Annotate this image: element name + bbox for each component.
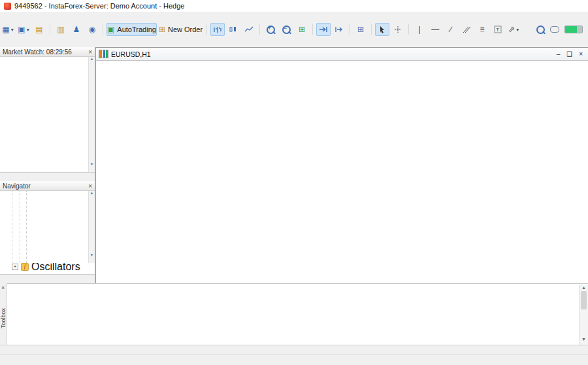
close-icon[interactable]: ×	[88, 182, 92, 190]
text-button[interactable]: T	[491, 23, 505, 36]
chart-symbol-icon	[99, 50, 108, 58]
calendar-table	[7, 285, 579, 345]
navigator-button[interactable]: ♟	[69, 23, 84, 36]
window-title: 9449562 - InstaForex-Server: Demo Accoun…	[14, 2, 184, 10]
chart-shift-button[interactable]	[332, 23, 346, 36]
tile-windows-button[interactable]: ⊞	[295, 23, 309, 36]
navigator-tabs	[0, 274, 95, 283]
toolbox-tab-bar	[0, 345, 588, 355]
chat-icon[interactable]	[550, 26, 559, 33]
cursor-button[interactable]	[375, 23, 389, 36]
tree-node-oscillators[interactable]: + f Oscillators	[0, 263, 95, 271]
indicator-icon: f	[21, 263, 29, 271]
new-order-button[interactable]: ⊞New Order	[158, 23, 203, 36]
order-icon: ⊞	[159, 25, 165, 34]
navigator-tree: ▲▼	[0, 191, 95, 263]
zoom-in-button[interactable]: +	[263, 23, 278, 36]
fibonacci-button[interactable]: ≡	[475, 23, 489, 36]
close-icon[interactable]: ×	[1, 285, 5, 291]
minimize-icon[interactable]: –	[557, 50, 561, 58]
app-logo-icon	[4, 3, 11, 10]
expand-icon[interactable]: +	[12, 264, 18, 270]
close-icon[interactable]: ×	[88, 48, 92, 56]
mt5-application: 9449562 - InstaForex-Server: Demo Accoun…	[0, 0, 588, 365]
bar-chart-mode-button[interactable]	[210, 23, 225, 36]
main-toolbar: ▦▾ ▣▾ ▤ ▥ ♟ ◉ ▣AutoTrading ⊞New Order + …	[0, 22, 588, 37]
chart-window-title: EURUSD,H1	[111, 50, 151, 58]
search-icon[interactable]	[536, 26, 545, 34]
market-watch-tabs	[0, 172, 95, 181]
autotrading-button[interactable]: ▣AutoTrading	[106, 23, 157, 36]
navigator-header: Navigator ×	[0, 181, 95, 191]
market-watch-list: ▲▼	[0, 57, 95, 172]
robot-icon: ▣	[107, 25, 114, 34]
calendar-scrollbar[interactable]: ▲▼	[579, 285, 588, 345]
chart-window-titlebar[interactable]: EURUSD,H1 – ❑ ×	[96, 48, 588, 61]
channel-button[interactable]	[459, 23, 474, 36]
status-bar	[0, 355, 588, 365]
trendline-button[interactable]: ∕	[444, 23, 458, 36]
left-sidebar: Market Watch: 08:29:56 × ▲▼ Navigator × …	[0, 47, 95, 283]
market-watch-scrollbar[interactable]: ▲▼	[88, 57, 95, 172]
market-watch-title: Market Watch: 08:29:56	[3, 48, 72, 56]
zoom-out-button[interactable]: −	[279, 23, 293, 36]
line-chart-mode-button[interactable]	[242, 23, 256, 36]
timeframe-toolbar	[0, 37, 588, 48]
horizontal-line-button[interactable]: —	[428, 23, 442, 36]
close-icon[interactable]: ×	[579, 50, 583, 58]
menu-bar	[0, 12, 588, 22]
candle-chart-mode-button[interactable]	[226, 23, 240, 36]
profiles-button[interactable]: ▣▾	[16, 23, 31, 36]
auto-scroll-button[interactable]	[316, 23, 331, 36]
connection-status-icon	[564, 26, 583, 33]
market-watch-header: Market Watch: 08:29:56 ×	[0, 47, 95, 57]
vertical-line-button[interactable]: |	[412, 23, 427, 36]
price-chart[interactable]	[95, 60, 587, 283]
new-window-button[interactable]: ⊞	[353, 23, 368, 36]
toolbox-vertical-tab[interactable]: Toolbox	[0, 308, 7, 328]
window-titlebar: 9449562 - InstaForex-Server: Demo Accoun…	[0, 0, 588, 12]
navigator-title: Navigator	[3, 182, 31, 190]
svg-text:T: T	[496, 27, 499, 33]
data-folder-button[interactable]: ▤	[32, 23, 46, 36]
signals-button[interactable]: ◉	[85, 23, 99, 36]
new-chart-button[interactable]: ▦▾	[1, 23, 15, 36]
maximize-icon[interactable]: ❑	[566, 50, 572, 58]
arrows-button[interactable]: ⇗▾	[506, 23, 521, 36]
market-watch-button[interactable]: ▥	[54, 23, 68, 36]
navigator-scrollbar[interactable]: ▲▼	[88, 191, 95, 263]
crosshair-button[interactable]	[391, 23, 405, 36]
